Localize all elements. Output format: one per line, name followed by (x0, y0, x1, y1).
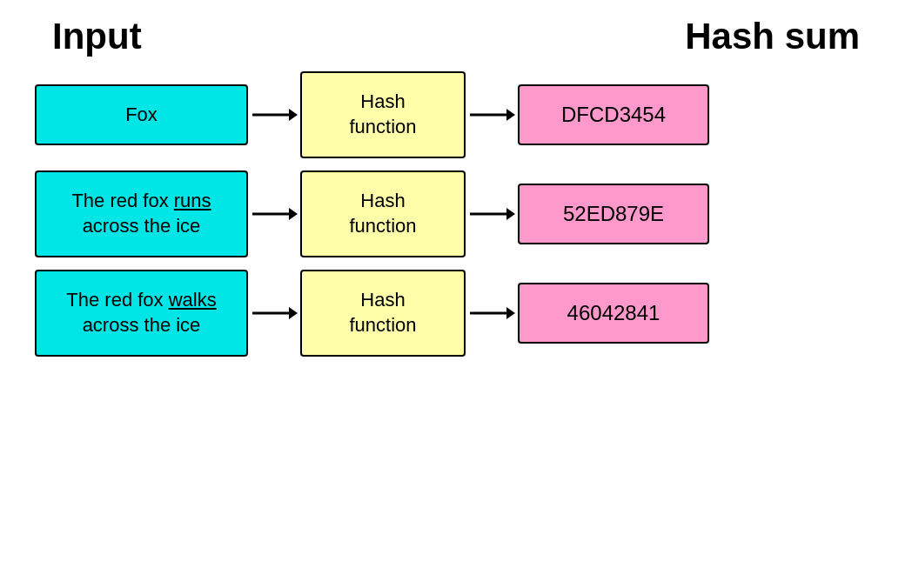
hash-value-2: 52ED879E (563, 202, 664, 226)
svg-marker-7 (506, 208, 515, 220)
hash-value-1: DFCD3454 (561, 103, 666, 127)
function-text-2: Hashfunction (349, 189, 416, 238)
arrow-3 (248, 202, 300, 226)
hash-box-3: 46042841 (518, 283, 709, 344)
hash-value-3: 46042841 (567, 301, 661, 325)
svg-marker-11 (506, 307, 515, 319)
hash-row-2: The red fox runs across the ice Hashfunc… (35, 170, 877, 257)
header-row: Input Hash sum (0, 0, 912, 57)
arrow-icon-6 (468, 301, 516, 325)
arrow-icon-4 (468, 202, 516, 226)
arrow-6 (466, 301, 518, 325)
underline-runs: runs (174, 190, 211, 211)
input-text-2: The red fox runs across the ice (49, 189, 234, 238)
input-text-1: Fox (125, 103, 158, 128)
function-box-3: Hashfunction (300, 270, 466, 357)
input-box-2: The red fox runs across the ice (35, 170, 248, 257)
function-box-2: Hashfunction (300, 170, 466, 257)
svg-marker-3 (506, 109, 515, 121)
svg-marker-9 (289, 307, 298, 319)
hash-row-1: Fox Hashfunction DFCD3454 (35, 71, 877, 158)
hash-row-3: The red fox walks across the ice Hashfun… (35, 270, 877, 357)
hashsum-header: Hash sum (685, 16, 860, 57)
arrow-icon-3 (251, 202, 298, 226)
arrow-4 (466, 202, 518, 226)
arrow-1 (248, 103, 300, 127)
input-box-3: The red fox walks across the ice (35, 270, 248, 357)
function-text-3: Hashfunction (349, 288, 416, 337)
underline-walks: walks (169, 289, 217, 311)
function-text-1: Hashfunction (349, 90, 416, 139)
input-text-3: The red fox walks across the ice (49, 288, 234, 337)
svg-marker-1 (289, 109, 298, 121)
function-box-1: Hashfunction (300, 71, 466, 158)
arrow-5 (248, 301, 300, 325)
rows-container: Fox Hashfunction DFCD3454 (0, 71, 912, 357)
page: Input Hash sum Fox Hashfunction (0, 0, 912, 588)
input-box-1: Fox (35, 84, 248, 145)
arrow-icon-5 (251, 301, 298, 325)
svg-marker-5 (289, 208, 298, 220)
arrow-icon-2 (468, 103, 516, 127)
arrow-icon-1 (251, 103, 298, 127)
arrow-2 (466, 103, 518, 127)
hash-box-1: DFCD3454 (518, 84, 709, 145)
input-header: Input (52, 16, 142, 57)
hash-box-2: 52ED879E (518, 184, 709, 244)
